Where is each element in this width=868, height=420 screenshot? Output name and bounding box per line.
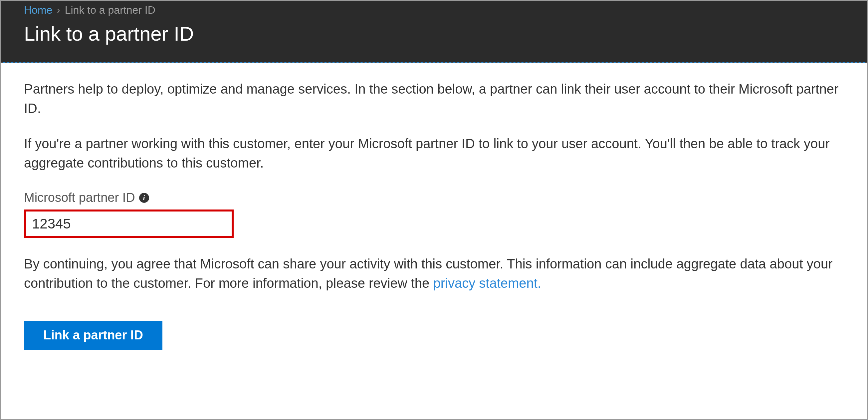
privacy-statement-link[interactable]: privacy statement.: [433, 276, 541, 291]
chevron-right-icon: ›: [57, 5, 60, 16]
intro-paragraph: Partners help to deploy, optimize and ma…: [24, 79, 844, 118]
page-title: Link to a partner ID: [1, 18, 867, 62]
main-content: Partners help to deploy, optimize and ma…: [1, 63, 867, 366]
breadcrumb: Home › Link to a partner ID: [1, 1, 867, 18]
disclaimer-text: By continuing, you agree that Microsoft …: [24, 257, 832, 291]
header-bar: Home › Link to a partner ID Link to a pa…: [1, 1, 867, 63]
disclaimer-paragraph: By continuing, you agree that Microsoft …: [24, 254, 844, 293]
link-partner-id-button[interactable]: Link a partner ID: [24, 321, 162, 350]
breadcrumb-home-link[interactable]: Home: [24, 4, 52, 16]
field-label-row: Microsoft partner ID i: [24, 188, 844, 207]
info-icon[interactable]: i: [139, 193, 149, 203]
partner-id-input[interactable]: [24, 210, 234, 238]
instruction-paragraph: If you're a partner working with this cu…: [24, 134, 844, 173]
partner-id-label: Microsoft partner ID: [24, 188, 135, 207]
breadcrumb-current: Link to a partner ID: [65, 4, 155, 16]
partner-id-field-section: Microsoft partner ID i: [24, 188, 844, 238]
